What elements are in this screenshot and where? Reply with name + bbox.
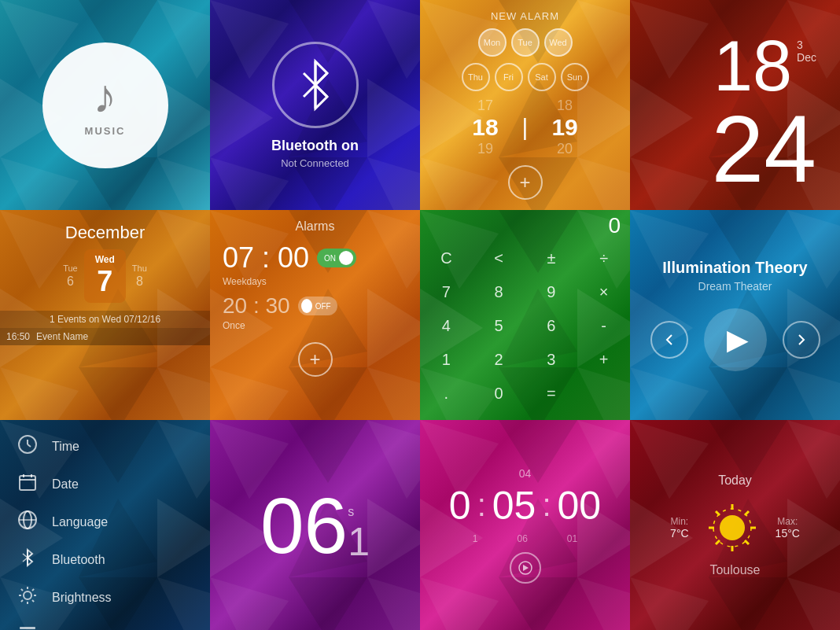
next-day-num: 8 bbox=[136, 274, 143, 289]
weather-min-label: Min: bbox=[671, 516, 689, 527]
alarm-min-scroll[interactable]: 18 19 20 bbox=[551, 98, 577, 157]
calc-btn-c[interactable]: C bbox=[420, 241, 473, 275]
player-song-title: Illumination Theory bbox=[662, 259, 807, 277]
alarm-day-fri[interactable]: Fri bbox=[495, 63, 523, 91]
calc-btn-minus[interactable]: - bbox=[577, 309, 630, 343]
alarm-day-tue[interactable]: Tue bbox=[511, 28, 540, 57]
alarm-hour-scroll[interactable]: 17 18 19 bbox=[472, 98, 498, 157]
calc-btn-3[interactable]: 3 bbox=[525, 343, 578, 377]
timer-above-row: 04 bbox=[480, 467, 571, 481]
calc-btn-plusminus[interactable]: ± bbox=[525, 241, 578, 275]
alarm-day-wed[interactable]: Wed bbox=[544, 28, 573, 57]
calc-btn-eq[interactable]: = bbox=[525, 377, 578, 411]
player-controls: ▶ bbox=[650, 308, 820, 371]
svg-line-20 bbox=[21, 600, 23, 602]
calc-btn-4[interactable]: 4 bbox=[420, 309, 473, 343]
timer-colon-1: : bbox=[477, 488, 486, 523]
player-next-button[interactable] bbox=[783, 321, 820, 359]
calc-btn-dot[interactable]: . bbox=[420, 377, 473, 411]
calc-btn-mul[interactable]: × bbox=[577, 275, 630, 309]
play-icon: ▶ bbox=[727, 323, 749, 356]
bluetooth-cell[interactable]: Bluetooth on Not Connected bbox=[210, 0, 420, 210]
alarms-list-title: Alarms bbox=[296, 219, 335, 234]
svg-line-19 bbox=[32, 600, 34, 602]
alarm-2-toggle-label: OFF bbox=[312, 302, 334, 311]
settings-time-label: Time bbox=[52, 440, 79, 454]
settings-bluetooth-label: Bluetooth bbox=[52, 553, 105, 567]
music-cell[interactable]: ♪ MUSIC bbox=[0, 0, 210, 210]
timer-start-button[interactable] bbox=[510, 552, 541, 584]
alarm-day-sat[interactable]: Sat bbox=[528, 63, 556, 91]
calc-btn-8[interactable]: 8 bbox=[473, 275, 525, 309]
calculator-cell[interactable]: 0 C < ± ÷ 7 8 9 × 4 5 6 - 1 2 3 + . 0 = bbox=[420, 210, 630, 420]
weather-today-label: Today bbox=[718, 473, 752, 488]
calc-btn-6[interactable]: 6 bbox=[525, 309, 578, 343]
settings-date-label: Date bbox=[52, 477, 79, 492]
alarm-1-toggle[interactable]: ON bbox=[317, 249, 356, 267]
alarm-2-repeat: Once bbox=[223, 320, 407, 331]
clock-display: 18 3 Dec 24 bbox=[646, 7, 824, 204]
calc-btn-7[interactable]: 7 bbox=[420, 275, 473, 309]
language-icon bbox=[16, 510, 39, 535]
music-circle: ♪ MUSIC bbox=[42, 42, 168, 168]
current-day-name: Wed bbox=[95, 254, 115, 265]
alarms-list-cell[interactable]: Alarms 07 : 00 ON Weekdays 20 : 30 OFF O… bbox=[210, 210, 420, 420]
alarm-day-mon[interactable]: Mon bbox=[478, 28, 507, 57]
alarm-2[interactable]: 20 : 30 OFF Once bbox=[210, 290, 420, 334]
alarm-time-picker: 17 18 19 | 18 19 20 bbox=[472, 98, 578, 157]
weather-cell: Today Min: 7°C bbox=[630, 420, 840, 630]
alarm-cell[interactable]: NEW ALARM Mon Tue Wed Thu Fri Sat Sun 17… bbox=[420, 0, 630, 210]
calc-btn-1[interactable]: 1 bbox=[420, 343, 473, 377]
svg-line-18 bbox=[21, 589, 23, 591]
settings-item-time[interactable]: Time bbox=[0, 428, 210, 466]
player-play-button[interactable]: ▶ bbox=[704, 308, 767, 371]
alarm-title: NEW ALARM bbox=[491, 10, 559, 22]
timer-cell[interactable]: 04 0 : 05 : 00 1 06 01 bbox=[420, 420, 630, 630]
settings-brightness-label: Brightness bbox=[52, 591, 112, 605]
settings-item-brightness[interactable]: Brightness bbox=[0, 579, 210, 617]
alarm-1[interactable]: 07 : 00 ON Weekdays bbox=[210, 238, 420, 290]
weather-max-label: Max: bbox=[777, 516, 798, 527]
stopwatch-subscript: 1 bbox=[348, 519, 370, 565]
calendar-month: December bbox=[65, 223, 145, 243]
svg-line-2 bbox=[28, 444, 31, 447]
settings-item-bluetooth[interactable]: Bluetooth bbox=[0, 541, 210, 579]
calendar-events-count: 1 Events on Wed 07/12/16 bbox=[0, 311, 210, 328]
timer-above-m: 04 bbox=[519, 467, 532, 480]
alarm-day-thu[interactable]: Thu bbox=[462, 63, 490, 91]
weather-temps-row: Min: 7°C Max: bbox=[670, 500, 800, 555]
calc-grid: C < ± ÷ 7 8 9 × 4 5 6 - 1 2 3 + . 0 = bbox=[420, 241, 630, 411]
svg-rect-3 bbox=[20, 476, 35, 490]
settings-cell[interactable]: Time Date Language Bluetooth Brightness bbox=[0, 420, 210, 630]
player-prev-button[interactable] bbox=[650, 321, 688, 359]
calc-btn-back[interactable]: < bbox=[473, 241, 525, 275]
settings-item-language[interactable]: Language bbox=[0, 503, 210, 541]
bluetooth-settings-icon bbox=[16, 547, 39, 573]
stopwatch-cell[interactable]: 06 s 1 bbox=[210, 420, 420, 630]
calendar-current-day[interactable]: Wed 7 bbox=[84, 249, 126, 303]
svg-line-21 bbox=[32, 589, 34, 591]
alarm-2-toggle[interactable]: OFF bbox=[298, 297, 337, 315]
alarm-add-button[interactable]: + bbox=[508, 165, 543, 200]
timer-seconds: 00 bbox=[558, 483, 602, 529]
alarm-day-sun[interactable]: Sun bbox=[561, 63, 589, 91]
event-name: Event Name bbox=[36, 331, 88, 342]
calendar-cell[interactable]: December Tue 6 Wed 7 Thu 8 1 Events on W… bbox=[0, 210, 210, 420]
settings-item-date[interactable]: Date bbox=[0, 466, 210, 503]
settings-item-extra[interactable] bbox=[0, 617, 210, 630]
calc-btn-plus[interactable]: + bbox=[577, 343, 630, 377]
clock-icon bbox=[16, 434, 39, 459]
event-time: 16:50 bbox=[6, 331, 30, 342]
player-cell[interactable]: Illumination Theory Dream Theater ▶ bbox=[630, 210, 840, 420]
stopwatch-superscript: s bbox=[348, 505, 354, 519]
calc-btn-0[interactable]: 0 bbox=[473, 377, 525, 411]
calc-btn-9[interactable]: 9 bbox=[525, 275, 578, 309]
clock-minute: 24 bbox=[712, 101, 816, 196]
calc-btn-2[interactable]: 2 bbox=[473, 343, 525, 377]
alarms-add-button[interactable]: + bbox=[298, 342, 333, 377]
alarm-1-toggle-dot bbox=[339, 251, 353, 265]
calc-btn-5[interactable]: 5 bbox=[473, 309, 525, 343]
timer-minutes: 05 bbox=[492, 483, 536, 529]
calc-btn-div[interactable]: ÷ bbox=[577, 241, 630, 275]
weather-city: Toulouse bbox=[709, 563, 760, 577]
